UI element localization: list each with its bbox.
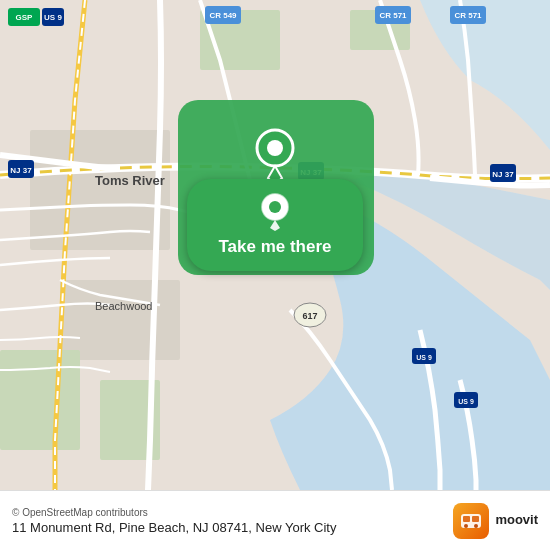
svg-text:US 9: US 9 <box>416 354 432 361</box>
footer-left: © OpenStreetMap contributors 11 Monument… <box>12 507 336 535</box>
svg-text:US 9: US 9 <box>458 398 474 405</box>
svg-rect-38 <box>463 516 470 522</box>
svg-rect-39 <box>472 516 479 522</box>
svg-text:CR 571: CR 571 <box>379 11 407 20</box>
location-pin-icon <box>261 193 289 231</box>
footer: © OpenStreetMap contributors 11 Monument… <box>0 490 550 550</box>
address-text: 11 Monument Rd, Pine Beach, NJ 08741, Ne… <box>12 520 336 535</box>
svg-point-40 <box>464 524 468 528</box>
moovit-text: moovit <box>495 513 538 527</box>
osm-credit: © OpenStreetMap contributors <box>12 507 336 518</box>
svg-point-36 <box>269 201 281 213</box>
svg-text:617: 617 <box>302 311 317 321</box>
svg-point-41 <box>474 524 478 528</box>
take-me-there-label: Take me there <box>218 237 331 257</box>
svg-text:CR 571: CR 571 <box>454 11 482 20</box>
moovit-bus-icon <box>459 509 483 533</box>
take-me-there-button[interactable]: Take me there <box>187 179 363 271</box>
moovit-logo: moovit <box>453 503 538 539</box>
svg-text:NJ 37: NJ 37 <box>10 166 32 175</box>
svg-point-33 <box>267 140 283 156</box>
svg-text:NJ 37: NJ 37 <box>492 170 514 179</box>
svg-text:Toms River: Toms River <box>95 173 165 188</box>
svg-text:Beachwood: Beachwood <box>95 300 153 312</box>
svg-text:GSP: GSP <box>16 13 34 22</box>
svg-rect-2 <box>60 280 180 360</box>
moovit-icon <box>453 503 489 539</box>
svg-rect-5 <box>0 350 80 450</box>
svg-text:CR 549: CR 549 <box>209 11 237 20</box>
map-container: GSP US 9 CR 549 CR 571 CR 571 NJ 37 NJ 3… <box>0 0 550 490</box>
svg-text:US 9: US 9 <box>44 13 62 22</box>
